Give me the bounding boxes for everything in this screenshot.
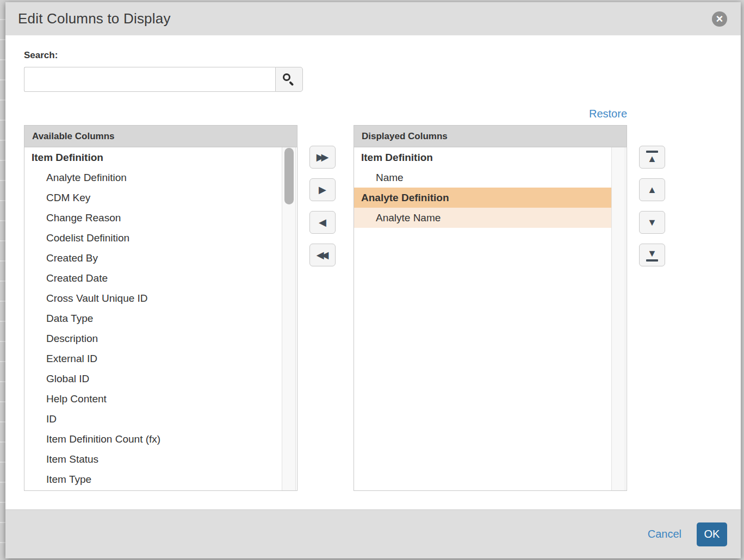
list-item[interactable]: CDM Key xyxy=(24,188,297,208)
bottom-bar-icon xyxy=(646,259,658,262)
move-left-button[interactable]: ◀ xyxy=(309,211,336,234)
arrow-up-icon: ▲ xyxy=(647,185,657,195)
double-arrow-right-icon: ▶▶ xyxy=(317,152,326,162)
list-item[interactable]: Item Definition Count (fx) xyxy=(24,429,297,449)
available-columns-panel: Available Columns Item DefinitionAnalyte… xyxy=(24,125,297,491)
list-item[interactable]: Help Content xyxy=(24,389,297,409)
search-icon xyxy=(283,73,296,86)
list-item[interactable]: Item Definition xyxy=(24,147,297,167)
top-bar-icon xyxy=(646,151,658,153)
list-item[interactable]: Created By xyxy=(24,248,297,268)
displayed-columns-list: Item DefinitionNameAnalyte DefinitionAna… xyxy=(354,147,627,490)
ok-button[interactable]: OK xyxy=(697,522,727,546)
available-columns-header: Available Columns xyxy=(24,126,297,147)
dialog-title: Edit Columns to Display xyxy=(18,10,171,27)
screen: Edit Columns to Display × Search: Restor… xyxy=(0,0,744,560)
edit-columns-dialog: Edit Columns to Display × Search: Restor… xyxy=(5,2,741,558)
move-all-right-button[interactable]: ▶▶ xyxy=(309,146,336,169)
list-item[interactable]: External ID xyxy=(24,349,297,369)
list-item[interactable]: Item Type xyxy=(24,469,297,489)
move-up-button[interactable]: ▲ xyxy=(639,178,665,201)
list-item[interactable]: Item Status xyxy=(24,449,297,469)
displayed-columns-header: Displayed Columns xyxy=(354,126,627,147)
available-scrollbar-thumb[interactable] xyxy=(284,148,294,204)
list-item[interactable]: Name xyxy=(354,167,611,188)
list-item[interactable]: Data Type xyxy=(24,308,297,328)
cancel-button[interactable]: Cancel xyxy=(648,528,681,540)
list-item[interactable]: Created Date xyxy=(24,268,297,288)
list-item[interactable]: Change Reason xyxy=(24,208,297,228)
move-right-button[interactable]: ▶ xyxy=(309,178,336,201)
list-item[interactable]: Codelist Definition xyxy=(24,228,297,248)
arrow-down-icon: ▼ xyxy=(647,248,657,258)
move-all-left-button[interactable]: ◀◀ xyxy=(309,244,336,266)
double-arrow-left-icon: ◀◀ xyxy=(317,250,326,260)
list-item[interactable]: Analyte Definition xyxy=(24,167,297,188)
list-item[interactable]: ID xyxy=(24,409,297,429)
available-scrollbar-track[interactable] xyxy=(282,147,296,490)
list-item[interactable]: Global ID xyxy=(24,369,297,389)
search-input[interactable] xyxy=(24,67,275,92)
arrow-left-icon: ◀ xyxy=(319,217,326,227)
list-item[interactable]: Analyte Name xyxy=(354,208,611,228)
list-item[interactable]: Cross Vault Unique ID xyxy=(24,288,297,308)
list-item[interactable]: Description xyxy=(24,328,297,349)
restore-link[interactable]: Restore xyxy=(586,108,627,120)
available-columns-list: Item DefinitionAnalyte DefinitionCDM Key… xyxy=(24,147,297,490)
dialog-header: Edit Columns to Display × xyxy=(5,2,741,35)
arrow-up-icon: ▲ xyxy=(647,154,657,164)
dialog-footer: Cancel OK xyxy=(5,509,741,558)
list-item[interactable]: Item Definition xyxy=(354,147,611,167)
list-item[interactable]: Analyte Definition xyxy=(354,188,611,208)
arrow-down-icon: ▼ xyxy=(647,217,657,227)
displayed-columns-panel: Displayed Columns Item DefinitionNameAna… xyxy=(354,125,627,491)
close-icon[interactable]: × xyxy=(712,11,727,27)
move-to-top-button[interactable]: ▲ xyxy=(639,146,665,169)
search-group xyxy=(24,67,303,92)
arrow-right-icon: ▶ xyxy=(319,185,326,195)
search-button[interactable] xyxy=(275,67,303,92)
search-label: Search: xyxy=(24,50,58,61)
move-down-button[interactable]: ▼ xyxy=(639,211,665,234)
displayed-scrollbar-track[interactable] xyxy=(611,147,625,490)
move-to-bottom-button[interactable]: ▼ xyxy=(639,244,665,266)
